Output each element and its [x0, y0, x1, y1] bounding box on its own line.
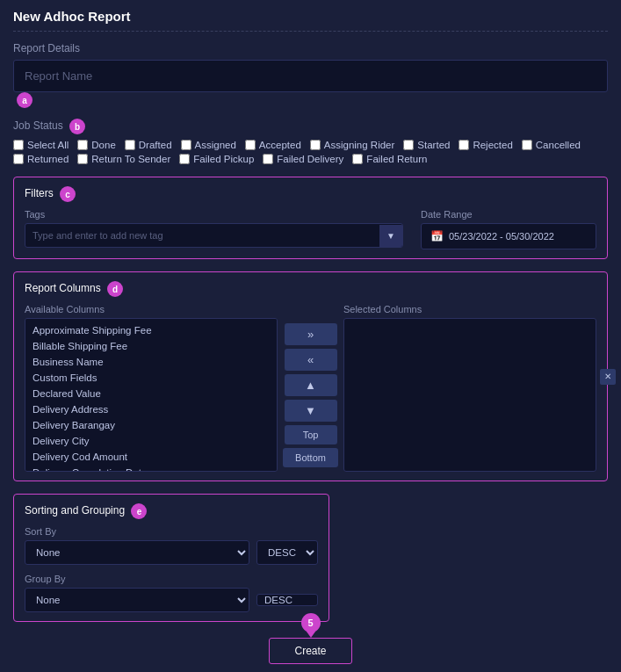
move-down-button[interactable]: ▼ — [285, 400, 337, 422]
move-bottom-button[interactable]: Bottom — [283, 448, 338, 467]
date-range-button[interactable]: 📅 05/23/2022 - 05/30/2022 — [421, 223, 596, 249]
sorting-grouping-section: Sorting and Grouping e Sort By None DESC… — [13, 494, 329, 622]
calendar-icon: 📅 — [430, 230, 444, 242]
tags-input-wrap: ▼ — [25, 223, 403, 248]
report-columns-title: Report Columns d — [25, 281, 596, 297]
checkbox-return-to-sender[interactable] — [77, 154, 88, 164]
group-dir-label: DESC — [256, 594, 318, 606]
checkbox-started[interactable] — [403, 140, 414, 150]
selected-columns-list[interactable] — [343, 318, 596, 472]
available-column-item[interactable]: Delivery Cod Amount — [25, 449, 277, 465]
tags-dropdown-button[interactable]: ▼ — [379, 225, 402, 247]
report-columns-badge: d — [107, 281, 123, 297]
job-status-checkbox-done[interactable]: Done — [77, 140, 116, 150]
checkbox-done[interactable] — [77, 140, 88, 150]
job-status-checkbox-returned[interactable]: Returned — [13, 154, 69, 164]
selected-columns-wrap: Selected Columns — [343, 304, 596, 472]
checkbox-label: Started — [417, 140, 450, 150]
sort-by-row: Sort By None DESC ASC — [25, 526, 318, 565]
filters-title: Filters c — [25, 186, 596, 202]
checkbox-failed-pickup[interactable] — [179, 154, 190, 164]
checkbox-label: Accepted — [259, 140, 301, 150]
sorting-grouping-badge: e — [131, 503, 147, 519]
move-up-button[interactable]: ▲ — [285, 374, 337, 396]
job-status-checkbox-select-all[interactable]: Select All — [13, 140, 69, 150]
report-details-section: Report Details a — [13, 42, 608, 108]
group-by-label: Group By — [25, 574, 318, 584]
checkbox-failed-delivery[interactable] — [263, 154, 273, 164]
checkbox-cancelled[interactable] — [522, 140, 532, 150]
available-column-item[interactable]: Business Name — [25, 354, 277, 370]
job-status-checkbox-failed-delivery[interactable]: Failed Delivery — [263, 154, 343, 164]
sort-by-select[interactable]: None — [25, 540, 249, 565]
checkbox-assigning-rider[interactable] — [310, 140, 321, 150]
checkbox-label: Assigned — [195, 140, 236, 150]
job-status-badge: b — [69, 119, 85, 134]
checkbox-label: Returned — [27, 154, 69, 164]
filters-badge: c — [60, 186, 76, 202]
column-transfer-buttons: » « ▲ ▼ Top Bottom — [283, 304, 338, 467]
job-status-checkbox-accepted[interactable]: Accepted — [245, 140, 301, 150]
create-button[interactable]: Create — [269, 638, 351, 664]
available-column-item[interactable]: Delivery Completion Date — [25, 465, 277, 472]
page-title: New Adhoc Report — [13, 9, 608, 32]
job-status-checkbox-failed-pickup[interactable]: Failed Pickup — [179, 154, 254, 164]
tags-input[interactable] — [25, 224, 379, 247]
selected-columns-label: Selected Columns — [343, 304, 596, 314]
create-button-area: 5 Create — [13, 638, 608, 664]
job-status-checkbox-started[interactable]: Started — [403, 140, 450, 150]
available-column-item[interactable]: Delivery City — [25, 433, 277, 449]
close-button[interactable]: ✕ — [600, 369, 616, 385]
available-column-item[interactable]: Delivery Address — [25, 401, 277, 417]
checkbox-label: Failed Return — [366, 154, 427, 164]
checkbox-label: Drafted — [139, 140, 172, 150]
move-right-button[interactable]: » — [285, 323, 337, 345]
checkbox-drafted[interactable] — [125, 140, 135, 150]
checkbox-accepted[interactable] — [245, 140, 256, 150]
sort-by-label: Sort By — [25, 526, 318, 537]
job-status-checkboxes: Select AllDoneDraftedAssignedAcceptedAss… — [13, 140, 608, 164]
checkbox-label: Assigning Rider — [324, 140, 395, 150]
job-status-checkbox-rejected[interactable]: Rejected — [459, 140, 512, 150]
move-top-button[interactable]: Top — [285, 425, 337, 444]
available-column-item[interactable]: Custom Fields — [25, 370, 277, 386]
checkbox-label: Done — [91, 140, 116, 150]
checkbox-select-all[interactable] — [13, 140, 24, 150]
report-details-badge: a — [17, 92, 32, 108]
available-column-item[interactable]: Declared Value — [25, 386, 277, 401]
checkbox-label: Rejected — [473, 140, 512, 150]
checkbox-label: Return To Sender — [91, 154, 170, 164]
filters-section: Filters c Tags ▼ Date Range 📅 05/23/2022… — [13, 177, 608, 259]
sort-dir-select[interactable]: DESC ASC — [256, 540, 318, 565]
job-status-section: Job Status b Select AllDoneDraftedAssign… — [13, 119, 608, 164]
date-range-col: Date Range 📅 05/23/2022 - 05/30/2022 — [421, 209, 596, 249]
tags-filter-col: Tags ▼ — [25, 209, 403, 248]
date-range-label: Date Range — [421, 209, 596, 220]
sorting-grouping-title: Sorting and Grouping e — [25, 503, 318, 519]
job-status-checkbox-cancelled[interactable]: Cancelled — [522, 140, 581, 150]
report-details-label: Report Details — [13, 42, 608, 54]
available-columns-list[interactable]: Approximate Shipping FeeBillable Shippin… — [25, 318, 278, 472]
available-column-item[interactable]: Approximate Shipping Fee — [25, 322, 277, 338]
job-status-checkbox-assigning-rider[interactable]: Assigning Rider — [310, 140, 395, 150]
job-status-checkbox-drafted[interactable]: Drafted — [125, 140, 172, 150]
available-column-item[interactable]: Billable Shipping Fee — [25, 338, 277, 354]
report-name-input[interactable] — [13, 60, 608, 92]
move-left-button[interactable]: « — [285, 349, 337, 371]
checkbox-rejected[interactable] — [459, 140, 469, 150]
available-column-item[interactable]: Delivery Barangay — [25, 417, 277, 433]
available-columns-label: Available Columns — [25, 304, 278, 314]
group-by-select[interactable]: None — [25, 588, 249, 612]
job-status-label: Job Status b — [13, 119, 608, 134]
job-status-checkbox-return-to-sender[interactable]: Return To Sender — [77, 154, 170, 164]
job-status-checkbox-failed-return[interactable]: Failed Return — [352, 154, 427, 164]
checkbox-label: Failed Delivery — [277, 154, 343, 164]
date-range-value: 05/23/2022 - 05/30/2022 — [449, 231, 554, 242]
checkbox-label: Cancelled — [536, 140, 581, 150]
tags-label: Tags — [25, 209, 403, 220]
checkbox-returned[interactable] — [13, 154, 24, 164]
job-status-checkbox-assigned[interactable]: Assigned — [181, 140, 236, 150]
checkbox-assigned[interactable] — [181, 140, 191, 150]
checkbox-failed-return[interactable] — [352, 154, 363, 164]
report-columns-section: Report Columns d Available Columns Appro… — [13, 271, 608, 481]
